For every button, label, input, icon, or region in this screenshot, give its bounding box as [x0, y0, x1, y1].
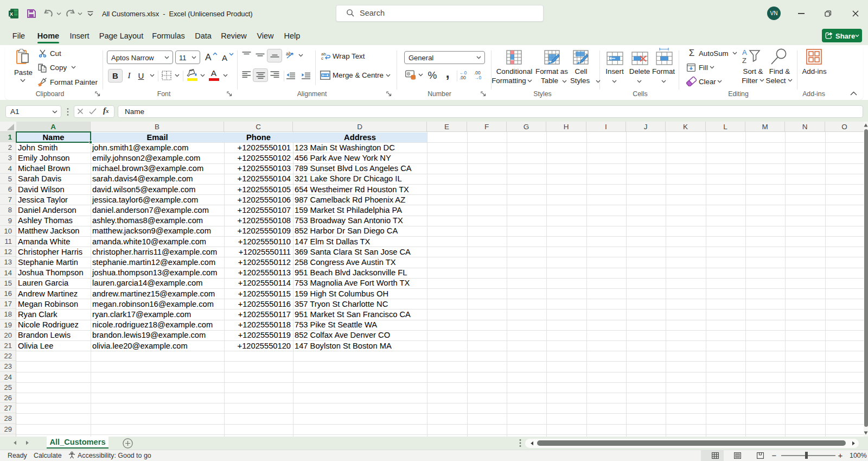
svg-text:→0: →0	[474, 75, 482, 80]
svg-text:.00: .00	[459, 75, 466, 80]
svg-text:Z: Z	[742, 56, 746, 64]
svg-text:A: A	[742, 49, 747, 56]
svg-text:X: X	[10, 11, 14, 17]
svg-text:c: c	[321, 56, 323, 60]
